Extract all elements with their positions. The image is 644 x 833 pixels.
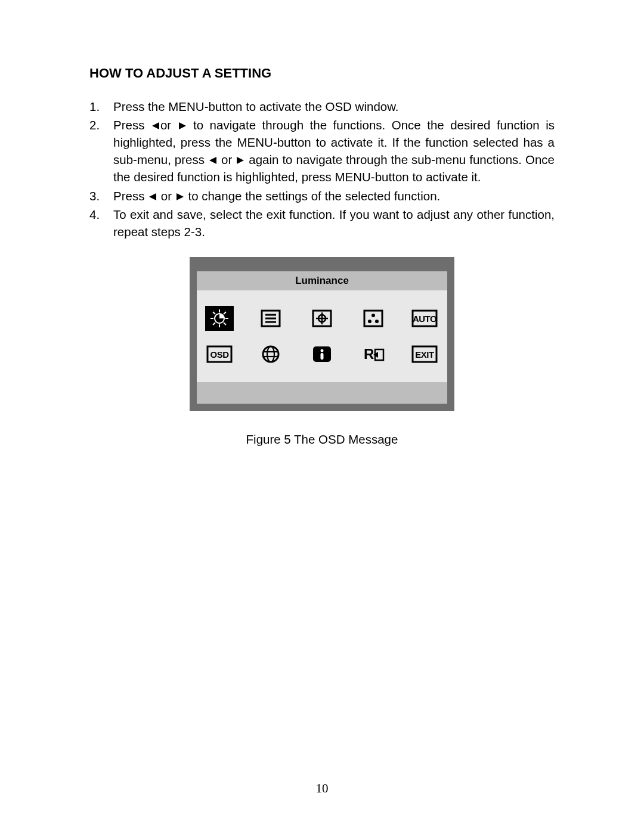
exit-icon[interactable]: EXIT xyxy=(410,342,439,367)
svg-marker-0 xyxy=(152,122,159,129)
osd-window: Luminance xyxy=(190,257,454,411)
section-title: HOW TO ADJUST A SETTING xyxy=(89,66,555,81)
step-number: 3. xyxy=(89,187,113,205)
svg-marker-5 xyxy=(177,193,184,200)
right-arrow-icon xyxy=(178,122,187,130)
right-arrow-icon xyxy=(175,193,185,201)
osd-icon-grid: AUTO OSD xyxy=(197,290,447,382)
step-text: Press the MENU-button to activate the OS… xyxy=(113,98,555,115)
osd-footer-bar xyxy=(197,382,447,404)
step-number: 1. xyxy=(89,98,113,115)
auto-icon[interactable]: AUTO xyxy=(410,306,439,331)
svg-marker-3 xyxy=(237,157,244,164)
reset-icon[interactable]: R xyxy=(359,342,388,367)
image-setup-icon[interactable] xyxy=(256,306,285,331)
auto-label: AUTO xyxy=(413,314,437,324)
left-arrow-icon xyxy=(151,122,160,130)
text-segment: or xyxy=(160,118,178,132)
language-icon[interactable] xyxy=(256,342,285,367)
svg-point-34 xyxy=(321,349,324,352)
step-2: 2. Press or to navigate through the func… xyxy=(89,116,555,185)
step-text: Press or to navigate through the functio… xyxy=(113,116,555,185)
svg-point-25 xyxy=(368,320,371,323)
svg-marker-2 xyxy=(209,157,216,164)
information-icon[interactable] xyxy=(308,342,336,367)
svg-line-14 xyxy=(224,312,226,314)
svg-point-26 xyxy=(375,320,379,323)
osd-row-top: AUTO xyxy=(205,306,439,331)
svg-rect-35 xyxy=(321,353,324,360)
svg-line-12 xyxy=(224,323,226,325)
svg-point-29 xyxy=(263,346,278,362)
document-page: HOW TO ADJUST A SETTING 1. Press the MEN… xyxy=(0,0,644,447)
text-segment: or xyxy=(157,189,175,203)
text-segment: or xyxy=(218,153,236,166)
luminance-icon[interactable] xyxy=(205,306,234,331)
step-1: 1. Press the MENU-button to activate the… xyxy=(89,98,555,115)
svg-text:R: R xyxy=(364,346,374,362)
left-arrow-icon xyxy=(208,156,218,165)
svg-line-11 xyxy=(213,312,215,314)
svg-point-30 xyxy=(267,346,274,362)
page-number: 10 xyxy=(0,781,644,796)
right-arrow-icon xyxy=(236,156,245,165)
position-icon[interactable] xyxy=(308,306,336,331)
text-segment: to change the settings of the selected f… xyxy=(185,189,441,203)
step-number: 2. xyxy=(89,116,113,185)
left-arrow-icon xyxy=(148,193,157,201)
step-number: 4. xyxy=(89,206,113,240)
svg-line-13 xyxy=(213,323,215,325)
svg-point-24 xyxy=(371,314,375,317)
figure-caption: Figure 5 The OSD Message xyxy=(89,432,555,447)
osd-header: Luminance xyxy=(197,271,447,290)
osd-setup-icon[interactable]: OSD xyxy=(205,342,234,367)
text-segment: Press xyxy=(113,189,148,203)
osd-label: OSD xyxy=(210,349,229,360)
osd-row-bottom: OSD xyxy=(205,342,439,367)
instruction-list: 1. Press the MENU-button to activate the… xyxy=(89,98,555,240)
text-segment: Press xyxy=(113,118,151,132)
svg-marker-1 xyxy=(179,122,186,129)
svg-marker-4 xyxy=(149,193,156,200)
svg-rect-23 xyxy=(364,311,382,326)
step-text: Press or to change the settings of the s… xyxy=(113,187,555,205)
color-temp-icon[interactable] xyxy=(359,306,388,331)
step-text: To exit and save, select the exit functi… xyxy=(113,206,555,240)
step-3: 3. Press or to change the settings of th… xyxy=(89,187,555,205)
exit-label: EXIT xyxy=(415,349,434,360)
step-4: 4. To exit and save, select the exit fun… xyxy=(89,206,555,240)
